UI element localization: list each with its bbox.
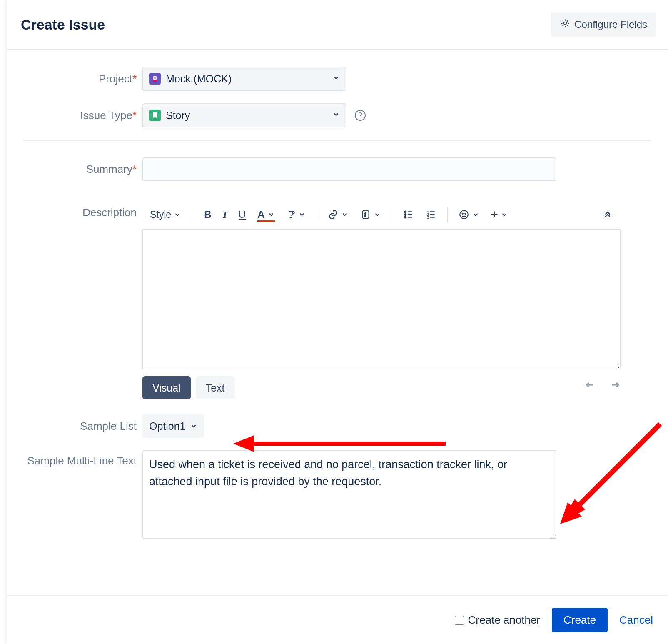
numbered-list-button[interactable]: 123 [421, 205, 441, 225]
visual-tab[interactable]: Visual [142, 376, 191, 399]
sample-list-label: Sample List [7, 420, 142, 433]
svg-point-4 [292, 212, 294, 214]
description-field: Description Style B I U A [7, 200, 668, 391]
color-swatch [257, 220, 274, 222]
project-value: Mock (MOCK) [166, 73, 232, 85]
project-label: Project* [7, 72, 142, 85]
toolbar-separator [317, 207, 317, 222]
italic-button[interactable]: I [219, 205, 231, 225]
summary-input[interactable] [142, 157, 556, 181]
help-icon[interactable]: ? [355, 110, 366, 121]
toolbar-separator [193, 207, 193, 222]
project-field: Project* Mock (MOCK) [7, 67, 668, 91]
underline-button[interactable]: U [234, 205, 250, 225]
project-avatar-icon [149, 73, 161, 85]
configure-fields-label: Configure Fields [574, 19, 647, 30]
sample-multiline-textarea[interactable] [142, 450, 556, 539]
modal-body: Project* Mock (MOCK) Issue Type* [7, 50, 668, 595]
editor-toolbar: Style B I U A [142, 200, 621, 229]
emoji-button[interactable] [454, 205, 484, 225]
svg-point-0 [564, 22, 566, 25]
svg-point-2 [154, 77, 156, 79]
description-label: Description [7, 200, 142, 219]
svg-rect-3 [153, 80, 157, 82]
clear-formatting-button[interactable] [282, 205, 310, 225]
svg-point-13 [462, 213, 463, 214]
sample-multiline-field: Sample Multi-Line Text [7, 450, 668, 539]
text-color-button[interactable]: A [253, 205, 279, 225]
story-icon [149, 110, 161, 121]
chevron-down-icon [190, 422, 197, 430]
bold-button[interactable]: B [200, 205, 215, 225]
chevron-down-icon [332, 74, 340, 83]
summary-label: Summary* [7, 163, 142, 176]
create-issue-modal: Create Issue Configure Fields Project* [7, 0, 668, 644]
required-marker: * [132, 163, 137, 175]
redo-button[interactable] [608, 380, 621, 391]
svg-point-6 [404, 211, 406, 212]
issue-type-value: Story [166, 110, 190, 122]
summary-field: Summary* [7, 157, 668, 181]
modal-title: Create Issue [21, 17, 105, 33]
issue-type-select[interactable]: Story [142, 103, 346, 127]
svg-point-14 [465, 213, 466, 214]
bullet-list-button[interactable] [399, 205, 418, 225]
chevron-down-icon [332, 111, 340, 120]
project-select[interactable]: Mock (MOCK) [142, 67, 346, 91]
cancel-button[interactable]: Cancel [619, 614, 653, 627]
modal-header: Create Issue Configure Fields [7, 0, 668, 50]
create-another-label: Create another [468, 614, 540, 627]
svg-point-12 [460, 210, 468, 219]
style-dropdown[interactable]: Style [145, 205, 186, 225]
svg-text:3: 3 [427, 215, 429, 220]
sample-list-select[interactable]: Option1 [142, 414, 204, 438]
link-button[interactable] [324, 205, 353, 225]
attachment-button[interactable] [356, 205, 385, 225]
create-another-input[interactable] [455, 616, 464, 625]
issue-type-label: Issue Type* [7, 109, 142, 122]
rich-text-editor: Style B I U A [142, 200, 621, 391]
more-insert-button[interactable]: + [487, 205, 513, 225]
required-marker: * [132, 109, 137, 122]
description-textarea[interactable] [142, 229, 621, 369]
gear-icon [560, 18, 570, 31]
modal-footer: Create another Create Cancel [7, 595, 668, 644]
text-tab[interactable]: Text [196, 376, 235, 399]
svg-point-8 [404, 217, 406, 218]
create-another-checkbox[interactable]: Create another [455, 614, 540, 627]
issue-type-field: Issue Type* Story ? [7, 103, 668, 127]
undo-button[interactable] [585, 380, 597, 391]
configure-fields-button[interactable]: Configure Fields [551, 12, 656, 37]
sample-list-value: Option1 [149, 420, 186, 432]
section-divider [23, 140, 651, 141]
svg-point-7 [404, 214, 406, 215]
sample-list-field: Sample List Option1 [7, 414, 668, 438]
toolbar-separator [447, 207, 448, 222]
create-button[interactable]: Create [552, 608, 608, 632]
toolbar-separator [392, 207, 392, 222]
collapse-toolbar-button[interactable] [603, 209, 612, 220]
sample-multiline-label: Sample Multi-Line Text [7, 450, 142, 467]
required-marker: * [132, 72, 137, 85]
